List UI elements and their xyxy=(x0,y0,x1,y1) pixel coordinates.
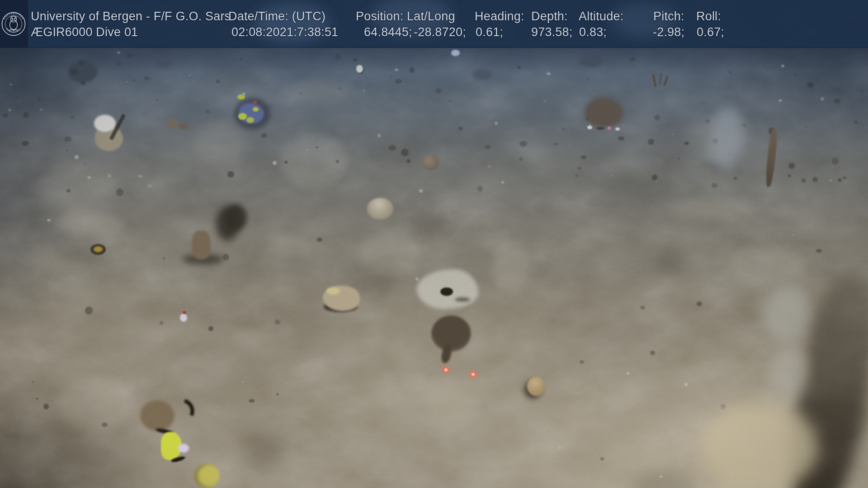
sediment-blotch xyxy=(413,210,445,235)
yellow-mound-bottom xyxy=(194,464,220,488)
pebble-dark xyxy=(64,136,71,142)
pebble-dark xyxy=(117,62,122,66)
burrow-hole xyxy=(440,287,453,296)
position-long: -28.8720; xyxy=(414,25,466,39)
roll-value: 0.67; xyxy=(697,25,724,39)
upright-stick xyxy=(764,127,779,190)
pebble-dark xyxy=(729,71,731,74)
pebble-light xyxy=(377,134,381,137)
pebble-light xyxy=(126,81,127,82)
pebble-dark xyxy=(132,80,135,81)
pebble-dark xyxy=(335,53,341,60)
fuzzy-anemone xyxy=(586,99,622,127)
pebble-light xyxy=(627,372,629,375)
pebble-dark xyxy=(562,128,564,130)
pebble-light xyxy=(395,69,398,71)
laser-dot-left xyxy=(443,367,449,373)
pebble-dark xyxy=(78,60,84,65)
pebble-light xyxy=(659,475,663,478)
pebble-dark xyxy=(85,306,93,314)
pebble-light xyxy=(544,100,546,102)
pebble-dark xyxy=(23,112,29,118)
pebble-dark xyxy=(102,422,108,427)
pebble-dark xyxy=(485,145,491,149)
distant-rock xyxy=(473,69,492,80)
light-sediment-patch xyxy=(762,287,809,342)
sediment-blotch xyxy=(37,160,115,211)
pebble-dark xyxy=(406,159,410,163)
pebble-light xyxy=(419,189,423,192)
pebble-dark xyxy=(654,115,660,121)
pebble-light xyxy=(821,97,824,101)
tiny-red-white-critter xyxy=(179,310,190,323)
telemetry-overlay-bar: UNIVERSITAS BERGENSIS University of Berg… xyxy=(0,0,868,48)
pebble-light xyxy=(790,395,791,396)
pebble-dark xyxy=(697,301,702,306)
pebble-dark xyxy=(127,54,131,57)
pebble-dark xyxy=(163,258,165,260)
pebble-dark xyxy=(477,186,483,192)
pebble-light xyxy=(138,175,142,178)
pebble-dark xyxy=(410,67,415,73)
pebble-light xyxy=(684,383,688,386)
pebble-dark xyxy=(812,177,818,182)
pebble-light xyxy=(117,52,120,54)
pebble-light xyxy=(40,108,42,111)
pebble-dark xyxy=(70,68,78,75)
white-topped-rock xyxy=(89,112,130,155)
white-sediment-patch xyxy=(417,269,478,310)
pebble-dark xyxy=(338,87,341,89)
org-title: University of Bergen - F/F G.O. Sars xyxy=(31,9,231,23)
pebble-dark xyxy=(206,110,209,113)
pebble-dark xyxy=(816,249,822,253)
pebble-dark xyxy=(38,99,41,101)
seafloor-scene xyxy=(0,0,868,488)
pebble-light xyxy=(189,75,190,76)
pebble-light xyxy=(306,149,308,151)
sediment-blotch xyxy=(599,172,676,197)
pebble-dark xyxy=(227,171,234,178)
pebble-dark xyxy=(240,58,242,60)
pebble-dark xyxy=(388,145,396,150)
pale-sediment-streak xyxy=(706,106,747,170)
sediment-blotch xyxy=(728,247,803,285)
pebble-dark xyxy=(80,81,85,85)
altitude-label: Altitude: xyxy=(579,9,623,23)
pebble-light xyxy=(547,72,551,75)
depth-value: 973.58; xyxy=(531,25,572,39)
sediment-blotch xyxy=(57,377,135,432)
pebble-dark xyxy=(580,360,584,364)
distant-rock xyxy=(157,58,172,68)
yellow-sponge-cluster xyxy=(231,93,275,134)
pebble-dark xyxy=(640,305,645,310)
pebble-light xyxy=(19,101,20,102)
university-of-bergen-logo: UNIVERSITAS BERGENSIS xyxy=(0,0,28,47)
pebble-light xyxy=(47,219,51,221)
pebble-dark xyxy=(390,76,392,77)
light-topped-mound xyxy=(367,198,393,220)
light-sediment-patch xyxy=(769,348,809,393)
pebble-light xyxy=(242,381,244,382)
sediment-blotch xyxy=(659,125,682,172)
horizon-shadow-band xyxy=(0,47,868,71)
pebble-dark xyxy=(116,188,123,196)
pebble-dark xyxy=(71,116,74,119)
sediment-blotch xyxy=(652,247,692,273)
heading-value: 0.61; xyxy=(476,25,503,39)
pebble-dark xyxy=(678,157,679,160)
pebble-light xyxy=(9,109,11,111)
pebble-dark xyxy=(581,155,586,159)
pebble-dark xyxy=(66,189,71,192)
pebble-light xyxy=(830,179,832,181)
pebble-dark xyxy=(794,73,797,76)
pebble-dark xyxy=(274,319,280,324)
altitude-value: 0.83; xyxy=(579,25,607,39)
pebble-dark xyxy=(144,76,149,80)
pitch-label: Pitch: xyxy=(653,9,684,23)
sediment-blotch xyxy=(283,80,350,105)
round-sponge-ball xyxy=(422,155,439,170)
pebble-dark xyxy=(854,121,858,124)
tan-sponge-ball xyxy=(527,377,545,396)
pebble-light xyxy=(631,271,633,272)
small-sticks xyxy=(652,73,670,91)
